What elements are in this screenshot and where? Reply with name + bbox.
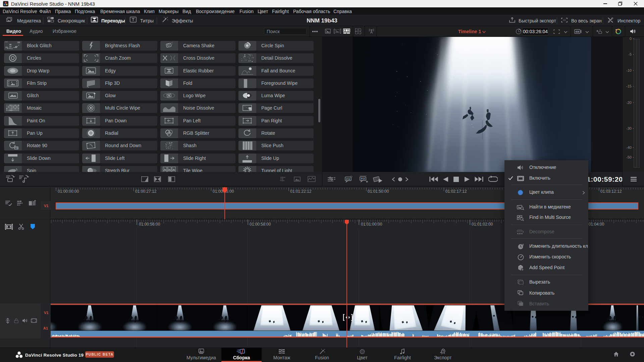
- svg-text:POI: POI: [361, 178, 365, 180]
- svg-text:HQ: HQ: [576, 31, 579, 33]
- svg-text:POI: POI: [346, 178, 350, 180]
- svg-text:90°: 90°: [15, 147, 18, 149]
